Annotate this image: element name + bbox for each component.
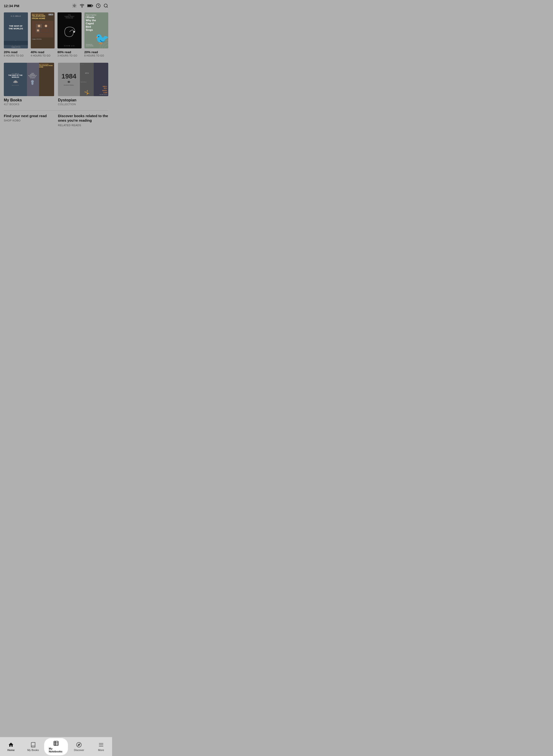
svg-line-15 [107, 7, 108, 8]
svg-line-3 [73, 4, 73, 5]
book-cover-war-of-worlds[interactable]: H. G. WELLS THE WAR OFTHE WORLDS A kobo [4, 12, 28, 49]
book-author: H. G. WELLS [11, 14, 21, 17]
book-item[interactable]: H. G. WELLS THE WAR OFTHE WORLDS A kobo [4, 12, 28, 57]
book-cover-three-body[interactable]: THETHREE-BODYPROBLEM CIXIN LIU [58, 12, 82, 49]
book-author: CIXIN LIU [64, 45, 75, 47]
book-cover-telegrams[interactable]: WEST END PHOENIX TELEGRAMSFROM HOME VOL.… [31, 12, 55, 49]
sync-icon [96, 3, 101, 8]
book-progress: 40% read [31, 50, 55, 54]
book-author: Maya Angelou [86, 14, 107, 16]
spiral-graphic [62, 24, 77, 40]
action-row: Find your next great read SHOP KOBO Disc… [4, 114, 108, 127]
dystopian-collection[interactable]: 1984 👁 GEORGE ORWELL ○○○○○○ 4 5 1 Ray Br… [58, 63, 108, 106]
stacked-books: H. G. WELLS THE WAR OF THE WORLDS A kobo… [4, 63, 54, 96]
status-icons [72, 3, 108, 8]
my-books-icon [30, 742, 36, 748]
book-item[interactable]: WEST END PHOENIX TELEGRAMSFROM HOME VOL.… [31, 12, 55, 57]
nav-more[interactable]: More [90, 740, 112, 753]
collection-meta: COLLECTION [58, 103, 108, 106]
book-time: 4 HOURS TO GO [31, 54, 55, 57]
kobo-badge: A kobo EDITION [4, 46, 28, 48]
svg-point-25 [38, 24, 40, 27]
wifi-icon [80, 3, 84, 8]
svg-point-0 [74, 5, 75, 7]
book-cover-caged-bird[interactable]: Maya Angelou I Know Why the Caged Bird S… [84, 12, 108, 49]
collections-row: H. G. WELLS THE WAR OF THE WORLDS A kobo… [4, 63, 108, 106]
battery-icon [87, 4, 93, 7]
svg-point-35 [31, 82, 33, 85]
search-icon[interactable] [103, 3, 108, 8]
nav-discover-label: Discover [74, 749, 84, 751]
bottom-nav: Home My Books My Notebooks [0, 737, 112, 756]
section-divider [4, 110, 108, 111]
book-item[interactable]: THETHREE-BODYPROBLEM CIXIN LIU 80% read … [58, 12, 82, 57]
svg-point-26 [45, 24, 47, 27]
comic-art [32, 21, 54, 37]
book-item[interactable]: Maya Angelou I Know Why the Caged Bird S… [84, 12, 108, 57]
nav-notebooks-label: My Notebooks [49, 747, 63, 753]
vol-badge: VOL. 1 [48, 14, 54, 15]
nav-my-books-label: My Books [27, 749, 38, 751]
collection-title: My Books [4, 98, 54, 102]
main-content: H. G. WELLS THE WAR OFTHE WORLDS A kobo [0, 10, 112, 153]
nav-home[interactable]: Home [0, 740, 22, 753]
book-title: I Know Why the Caged Bird Sings [86, 16, 98, 31]
svg-rect-36 [54, 741, 58, 746]
discover-icon [76, 742, 82, 748]
svg-point-14 [104, 4, 107, 7]
more-icon [98, 742, 104, 748]
nav-discover[interactable]: Discover [68, 740, 90, 753]
book-title-small: THETHREE-BODYPROBLEM [64, 14, 75, 19]
status-time: 12:34 PM [4, 4, 19, 8]
notebooks-icon [53, 741, 59, 746]
book-title: TELEGRAMSFROM HOME [32, 15, 54, 20]
nav-home-label: Home [7, 749, 15, 751]
my-books-collection[interactable]: H. G. WELLS THE WAR OF THE WORLDS A kobo… [4, 63, 54, 106]
svg-rect-11 [87, 5, 91, 7]
foreword: Foreword byOprah Winfrey [86, 44, 107, 47]
svg-rect-24 [40, 28, 49, 32]
nav-more-label: More [98, 749, 104, 751]
svg-point-28 [73, 31, 75, 33]
svg-rect-12 [92, 5, 93, 6]
book-time: 8 HOURS TO GO [84, 54, 108, 57]
book-progress: 20% read [4, 50, 28, 54]
home-icon [8, 742, 14, 748]
related-reads-action[interactable]: Discover books related to the ones you'r… [58, 114, 108, 127]
dystopian-books: 1984 👁 GEORGE ORWELL ○○○○○○ 4 5 1 Ray Br… [58, 63, 108, 96]
svg-line-8 [76, 4, 76, 5]
action-subtitle: RELATED READS [58, 124, 108, 127]
action-subtitle: SHOP KOBO [4, 119, 54, 122]
book-time: 8 HOURS TO GO [4, 54, 28, 57]
action-title: Discover books related to the ones you'r… [58, 114, 108, 123]
book-title: THE WAR OFTHE WORLDS [8, 24, 24, 30]
currently-reading-grid: H. G. WELLS THE WAR OFTHE WORLDS A kobo [4, 12, 108, 57]
collection-cover-dystopian[interactable]: 1984 👁 GEORGE ORWELL ○○○○○○ 4 5 1 Ray Br… [58, 63, 108, 96]
svg-point-9 [82, 7, 82, 8]
nav-my-books[interactable]: My Books [22, 740, 44, 753]
collection-title: Dystopian [58, 98, 108, 102]
svg-marker-41 [78, 744, 80, 746]
brightness-icon [72, 3, 77, 8]
collection-cover-my-books[interactable]: H. G. WELLS THE WAR OF THE WORLDS A kobo… [4, 63, 54, 96]
book-time: 3 HOURS TO GO [58, 54, 82, 57]
action-title: Find your next great read [4, 114, 54, 118]
collection-meta: 417 BOOKS [4, 103, 54, 106]
svg-point-27 [37, 29, 39, 31]
book-progress: 80% read [58, 50, 82, 54]
status-bar: 12:34 PM [0, 0, 112, 10]
svg-point-33 [14, 80, 17, 83]
book-progress: 20% read [84, 50, 108, 54]
city-skyline [4, 41, 28, 45]
shop-action[interactable]: Find your next great read SHOP KOBO [4, 114, 54, 127]
kobo-badge: A kobo ORIGINAL [32, 39, 54, 40]
nav-my-notebooks[interactable]: My Notebooks [44, 738, 68, 755]
